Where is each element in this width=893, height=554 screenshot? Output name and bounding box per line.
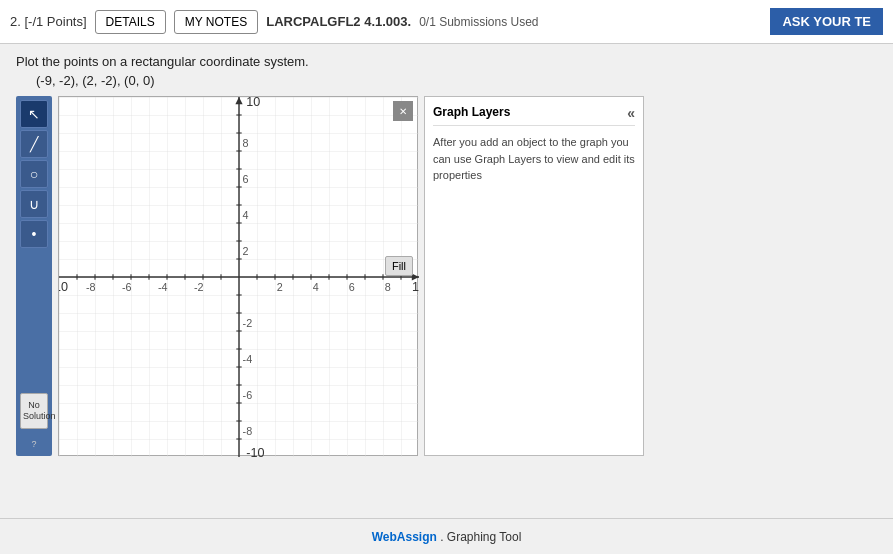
svg-text:-2: -2 — [194, 281, 204, 293]
problem-code: LARCPALGFL2 4.1.003. — [266, 14, 411, 29]
line-tool[interactable]: ╱ — [20, 130, 48, 158]
ask-teacher-button[interactable]: ASK YOUR TE — [770, 8, 883, 35]
top-bar: 2. [-/1 Points] DETAILS MY NOTES LARCPAL… — [0, 0, 893, 44]
graph-layers-collapse-button[interactable]: « — [627, 105, 635, 121]
problem-instruction: Plot the points on a rectangular coordin… — [16, 54, 877, 69]
graph-layers-title: Graph Layers — [433, 105, 510, 121]
svg-text:-10: -10 — [59, 280, 68, 294]
details-button[interactable]: DETAILS — [95, 10, 166, 34]
points-label: 2. [-/1 Points] — [10, 14, 87, 29]
curve-tool[interactable]: ∪ — [20, 190, 48, 218]
left-panel: Plot the points on a rectangular coordin… — [16, 54, 877, 508]
webassign-footer: WebAssign . Graphing Tool — [372, 530, 522, 544]
graph-container: ↖ ╱ ○ ∪ • No Solution ? — [16, 96, 877, 456]
help-icon: ? — [31, 439, 36, 449]
svg-text:2: 2 — [277, 281, 283, 293]
coordinate-graph: 10 -10 10 -10 2 4 6 8 -2 -4 -6 -8 2 4 6 — [59, 97, 419, 457]
svg-text:4: 4 — [313, 281, 319, 293]
svg-text:-8: -8 — [86, 281, 96, 293]
svg-text:-8: -8 — [243, 425, 253, 437]
svg-text:8: 8 — [243, 137, 249, 149]
main-content: Plot the points on a rectangular coordin… — [0, 44, 893, 518]
submissions-label: 0/1 Submissions Used — [419, 15, 538, 29]
footer-bar: WebAssign . Graphing Tool — [0, 518, 893, 554]
svg-text:4: 4 — [243, 209, 249, 221]
fill-button[interactable]: Fill — [385, 256, 413, 276]
graphing-tool-label: . Graphing Tool — [440, 530, 521, 544]
graph-layers-panel: Graph Layers « After you add an object t… — [424, 96, 644, 456]
svg-text:6: 6 — [243, 173, 249, 185]
problem-coords: (-9, -2), (2, -2), (0, 0) — [16, 73, 877, 88]
my-notes-button[interactable]: MY NOTES — [174, 10, 258, 34]
webassign-brand: WebAssign — [372, 530, 437, 544]
svg-text:6: 6 — [349, 281, 355, 293]
svg-text:10: 10 — [412, 280, 419, 294]
close-graph-button[interactable]: ✕ — [393, 101, 413, 121]
cursor-tool[interactable]: ↖ — [20, 100, 48, 128]
graph-area[interactable]: 10 -10 10 -10 2 4 6 8 -2 -4 -6 -8 2 4 6 — [58, 96, 418, 456]
tool-panel: ↖ ╱ ○ ∪ • No Solution ? — [16, 96, 52, 456]
svg-text:-2: -2 — [243, 317, 253, 329]
svg-text:10: 10 — [246, 97, 260, 109]
graph-layers-header: Graph Layers « — [433, 105, 635, 126]
svg-text:-4: -4 — [158, 281, 168, 293]
graph-layers-description: After you add an object to the graph you… — [433, 134, 635, 184]
svg-text:-6: -6 — [122, 281, 132, 293]
circle-tool[interactable]: ○ — [20, 160, 48, 188]
svg-text:2: 2 — [243, 245, 249, 257]
svg-text:-6: -6 — [243, 389, 253, 401]
svg-text:-4: -4 — [243, 353, 253, 365]
svg-text:-10: -10 — [246, 446, 264, 457]
no-solution-button[interactable]: No Solution — [20, 393, 48, 429]
point-tool[interactable]: • — [20, 220, 48, 248]
